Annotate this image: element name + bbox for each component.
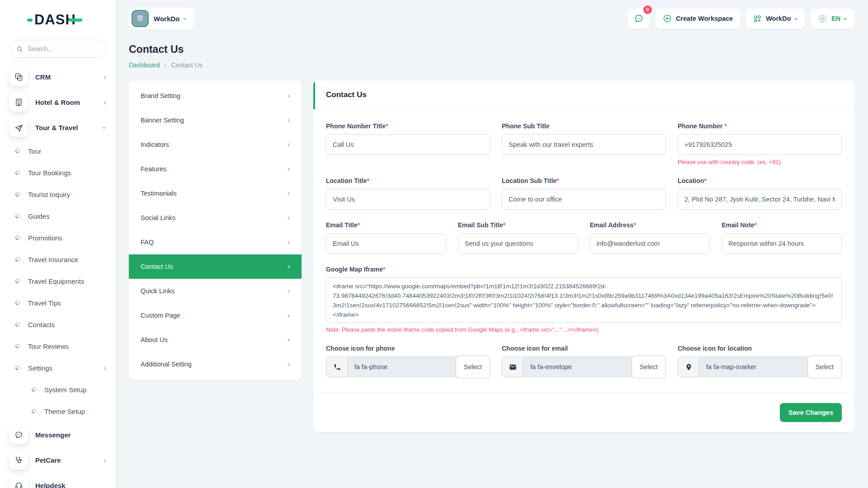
sidebar-search[interactable] [9, 40, 106, 58]
phone-icon [326, 357, 348, 377]
menu-item-testimonials[interactable]: Testimonials [129, 181, 302, 206]
field-email-address: Email Address* [590, 221, 710, 254]
field-phone-number: Phone Number * Please use with country c… [678, 122, 842, 165]
breadcrumb-dashboard-link[interactable]: Dashboard [129, 61, 160, 69]
sidebar-item-tour-travel[interactable]: Tour & Travel [9, 115, 106, 140]
create-workspace-button[interactable]: Create Workspace [656, 9, 740, 29]
map-marker-icon [678, 357, 699, 377]
chevron-right-icon [104, 99, 106, 106]
chevron-right-icon [104, 73, 106, 81]
sidebar-item-label: Messenger [35, 431, 106, 439]
location-icon-select-button[interactable]: Select [807, 356, 842, 378]
location-title-input[interactable] [326, 189, 490, 210]
location-sub-title-input[interactable] [502, 189, 666, 210]
location-icon-class-input[interactable] [699, 357, 810, 377]
sidebar-item-guides[interactable]: Guides [9, 205, 106, 227]
bullet-icon [14, 169, 21, 176]
phone-number-title-input[interactable] [326, 134, 490, 155]
sidebar-item-crm[interactable]: CRM [9, 64, 106, 89]
breadcrumb-current: Contact Us [171, 61, 203, 69]
sidebar-item-promotions[interactable]: Promotions [9, 227, 106, 249]
sidebar-item-travel-tips[interactable]: Travel Tips [9, 292, 106, 314]
chevron-right-icon [288, 117, 290, 124]
phone-sub-title-input[interactable] [502, 134, 666, 155]
menu-item-quick-links[interactable]: Quick Links [129, 279, 302, 303]
chevron-right-icon [288, 287, 290, 295]
chevron-right-icon [288, 214, 290, 221]
sidebar-item-tour[interactable]: Tour [9, 140, 106, 162]
sidebar: DASH CRM Hotel & Room Tour & Travel Tour [0, 0, 115, 488]
menu-item-additional-setting[interactable]: Additional Setting [129, 352, 302, 376]
menu-item-brand-setting[interactable]: Brand Setting [129, 84, 302, 108]
bullet-icon [14, 365, 21, 371]
sidebar-item-tour-reviews[interactable]: Tour Reviews [9, 335, 106, 357]
field-icon-location: Choose icon for location Select [678, 345, 842, 377]
phone-number-input[interactable] [678, 134, 842, 155]
card-header: Contact Us [313, 80, 854, 110]
menu-item-features[interactable]: Features [129, 157, 302, 181]
sidebar-item-system-setup[interactable]: System Setup [9, 379, 106, 400]
email-sub-title-input[interactable] [458, 233, 578, 254]
bullet-icon [14, 191, 21, 197]
plus-circle-icon [663, 14, 672, 23]
menu-item-custom-page[interactable]: Custom Page [129, 303, 302, 328]
card-title: Contact Us [326, 90, 367, 99]
sidebar-item-settings[interactable]: Settings [9, 357, 106, 379]
sidebar-item-travel-equipments[interactable]: Travel Equipments [9, 270, 106, 292]
chevron-right-icon [288, 239, 290, 246]
card-body: Phone Number Title* Phone Sub Title Phon… [313, 110, 854, 393]
sidebar-item-travel-insurance[interactable]: Travel Insurance [9, 249, 106, 270]
bullet-icon [14, 256, 21, 263]
stethoscope-icon [9, 450, 28, 469]
accent-bar [313, 80, 315, 109]
sidebar-item-label: PetCare [35, 456, 104, 464]
menu-item-social-links[interactable]: Social Links [129, 206, 302, 230]
hotel-icon [9, 93, 28, 112]
main-area: WorkDo 0 Create Workspace WorkDo [115, 0, 868, 432]
topbar: WorkDo 0 Create Workspace WorkDo [129, 6, 854, 31]
email-title-input[interactable] [326, 233, 446, 254]
menu-item-contact-us[interactable]: Contact Us [129, 254, 302, 279]
field-phone-sub-title: Phone Sub Title [502, 122, 666, 165]
chevron-down-icon [184, 15, 187, 23]
messages-button[interactable]: 0 [628, 9, 650, 29]
breadcrumb: Dashboard Contact Us [129, 61, 854, 69]
bullet-icon [14, 278, 21, 284]
bullet-icon [31, 408, 37, 414]
location-icon-group: Select [678, 357, 842, 377]
workspace-selector[interactable]: WorkDo [129, 8, 194, 29]
language-selector[interactable]: EN [811, 9, 854, 29]
sidebar-item-contacts[interactable]: Contacts [9, 314, 106, 335]
location-input[interactable] [678, 189, 842, 210]
phone-number-helper: Please use with country code. (ex. +91) [678, 159, 842, 165]
bullet-icon [14, 148, 21, 154]
menu-item-faq[interactable]: FAQ [129, 230, 302, 254]
sidebar-item-tourist-inquiry[interactable]: Tourist Inquiry [9, 183, 106, 205]
topbar-actions: 0 Create Workspace WorkDo EN [628, 9, 854, 29]
email-address-input[interactable] [590, 233, 710, 254]
sidebar-item-messenger[interactable]: Messenger [9, 422, 106, 447]
sidebar-item-petcare[interactable]: PetCare [9, 447, 106, 473]
chevron-right-icon [288, 361, 290, 368]
chevron-right-icon [288, 92, 290, 99]
phone-icon-class-input[interactable] [348, 357, 458, 377]
phone-icon-select-button[interactable]: Select [456, 356, 490, 378]
google-map-iframe-textarea[interactable]: <iframe src="https://www.google.com/maps… [326, 277, 842, 323]
sidebar-item-tour-bookings[interactable]: Tour Bookings [9, 162, 106, 183]
menu-item-about-us[interactable]: About Us [129, 328, 302, 352]
sidebar-item-helpdesk[interactable]: Helpdesk [9, 473, 106, 488]
field-icon-email: Choose icon for email Select [502, 345, 666, 377]
email-icon-select-button[interactable]: Select [632, 356, 666, 378]
menu-item-banner-setting[interactable]: Banner Setting [129, 108, 302, 132]
menu-item-indicators[interactable]: Indicators [129, 132, 302, 157]
sidebar-item-label: CRM [35, 73, 104, 81]
email-icon-class-input[interactable] [524, 357, 634, 377]
sidebar-item-label: Helpdesk [35, 482, 106, 488]
sidebar-item-label: Hotel & Room [35, 99, 104, 106]
sidebar-item-hotel-room[interactable]: Hotel & Room [9, 89, 106, 115]
search-input[interactable] [28, 45, 95, 52]
email-note-input[interactable] [722, 233, 842, 254]
sidebar-item-theme-setup[interactable]: Theme Setup [9, 400, 106, 422]
workdo-menu-button[interactable]: WorkDo [746, 9, 805, 29]
save-changes-button[interactable]: Save Changes [780, 403, 842, 422]
